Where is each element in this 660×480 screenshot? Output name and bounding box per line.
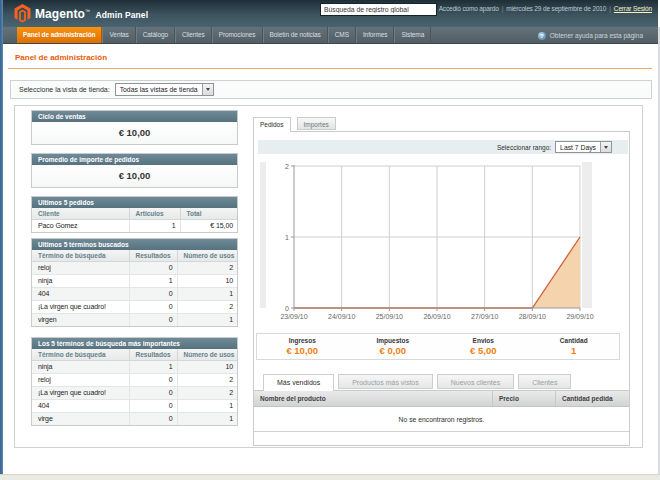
column-quantity[interactable]: Cantidad pedida [556,391,629,406]
table-cell: € 15,00 [180,219,237,232]
window-left-border [0,0,3,474]
nav-item-promotions[interactable]: Promociones [212,27,263,43]
table-cell: 1 [177,399,237,412]
table-cell: reloj [32,373,129,386]
lifetime-sales-value: € 10,00 [32,122,237,144]
store-view-selector: Seleccione la vista de tienda: Todas las… [10,80,652,99]
store-view-select[interactable]: Todas las vistas de tienda [115,83,214,96]
last-search-terms-title: Ultimos 5 términos buscados [32,239,237,250]
header-user-area: Accedió como apardo|miércoles 29 de sept… [439,5,652,12]
column-header: Resultados [129,250,177,261]
last-orders-box: Ultimos 5 pedidos Cliente Articulos Tota… [31,196,238,233]
global-search-input[interactable] [320,3,437,16]
top-search-terms-box: Los 5 términos de búsqueda más important… [31,337,238,426]
total-label: Ingresos [257,337,348,344]
range-select[interactable]: Last 7 Days [555,141,612,153]
range-toolbar: Seleccionar rango: Last 7 Days [258,140,628,154]
nav-item-cms[interactable]: CMS [328,27,356,43]
bestsellers-grid: Nombre del producto Precio Cantidad pedi… [254,391,629,432]
table-row[interactable]: 404 0 1 [32,399,237,412]
table-row[interactable]: ninja 1 10 [32,360,237,373]
table-cell: 1 [129,219,180,232]
nav-item-reports[interactable]: Informes [356,27,395,43]
help-link[interactable]: ? Obtener ayuda para esta página [538,27,643,44]
grid-empty-message: No se encontraron registros. [254,407,629,432]
total-quantity: Cantidad 1 [529,334,620,359]
top-search-terms-title: Los 5 términos de búsqueda más important… [32,338,237,349]
table-row[interactable]: reloj 0 2 [32,373,237,386]
table-row[interactable]: virgen 0 1 [32,313,237,326]
tab-orders[interactable]: Pedidos [253,117,291,132]
table-cell: 0 [129,287,177,300]
total-label: Envios [438,337,529,344]
table-cell: 404 [32,399,129,412]
table-row[interactable]: reloj 0 2 [32,261,237,274]
tab-customers[interactable]: Clientes [518,374,571,389]
table-header-row: Término de búsqueda Resultados Número de… [32,250,237,261]
lifetime-sales-box: Ciclo de ventas € 10,00 [31,110,238,145]
total-revenue: Ingresos € 10,00 [257,334,348,359]
svg-text:2: 2 [285,163,289,170]
column-price[interactable]: Precio [493,391,556,406]
table-row[interactable]: ¡La virgen que cuadro! 0 2 [32,386,237,399]
table-cell: reloj [32,261,129,274]
column-product-name[interactable]: Nombre del producto [254,391,493,406]
magento-logo: Magento™ Admin Panel [14,4,148,23]
last-orders-table: Cliente Articulos Total Paco Gomez 1 € 1… [32,208,237,232]
total-tax: Impuestos € 0,00 [348,334,439,359]
grid-tabs: Más vendidos Productos más vistos Nuevos… [263,374,575,391]
store-view-label: Seleccione la vista de tienda: [19,86,110,93]
table-cell: 0 [129,373,177,386]
logged-in-as: Accedió como apardo [439,5,499,12]
table-row[interactable]: ¡La virgen que cuadro! 0 2 [32,300,237,313]
column-header: Resultados [129,349,177,360]
nav-item-customers[interactable]: Clientes [175,27,212,43]
table-cell: virgen [32,313,129,326]
tab-bestsellers[interactable]: Más vendidos [263,374,334,391]
logout-link[interactable]: Cerrar Sesión [614,5,652,12]
average-orders-value: € 10,00 [32,165,237,187]
tab-amounts[interactable]: Importes [297,117,336,130]
column-header: Número de usos [177,349,237,360]
range-value: Last 7 Days [556,144,600,151]
help-icon: ? [538,32,546,40]
svg-text:25/09/10: 25/09/10 [376,313,403,320]
table-cell: 1 [177,412,237,425]
store-view-value: Todas las vistas de tienda [116,86,202,93]
last-orders-title: Ultimos 5 pedidos [32,197,237,208]
total-value: € 10,00 [257,345,348,356]
table-cell: 10 [177,274,237,287]
chart-right-margin [582,162,592,308]
tab-most-viewed[interactable]: Productos más vistos [338,374,433,389]
nav-item-newsletter[interactable]: Boletín de noticias [263,27,328,43]
column-header: Número de usos [177,250,237,261]
table-cell: 1 [129,274,177,287]
nav-item-dashboard[interactable]: Panel de administración [17,27,102,43]
table-row[interactable]: Paco Gomez 1 € 15,00 [32,219,237,232]
nav-item-sales[interactable]: Ventas [102,27,135,43]
nav-item-system[interactable]: Sistema [394,27,431,43]
total-label: Cantidad [529,337,620,344]
svg-text:28/09/10: 28/09/10 [519,313,546,320]
magento-logo-icon [14,4,31,23]
tab-new-customers[interactable]: Nuevos clientes [437,374,514,389]
column-header: Término de búsqueda [32,349,129,360]
table-cell: Paco Gomez [32,219,129,232]
table-cell: 1 [177,313,237,326]
header-separator: | [609,5,611,12]
column-header: Total [180,208,237,219]
nav-item-catalog[interactable]: Catálogo [136,27,175,43]
totals-bar: Ingresos € 10,00 Impuestos € 0,00 Envios… [256,333,620,360]
table-row[interactable]: 404 0 1 [32,287,237,300]
table-cell: 0 [129,386,177,399]
svg-text:1: 1 [285,234,289,241]
page-title: Panel de administración [15,53,107,62]
table-cell: 0 [129,261,177,274]
chart-left-margin [260,162,266,308]
table-cell: 0 [129,313,177,326]
table-cell: 2 [177,300,237,313]
table-row[interactable]: ninja 1 10 [32,274,237,287]
table-row[interactable]: virge 0 1 [32,412,237,425]
header-separator: | [502,5,504,12]
last-search-terms-table: Término de búsqueda Resultados Número de… [32,250,237,326]
